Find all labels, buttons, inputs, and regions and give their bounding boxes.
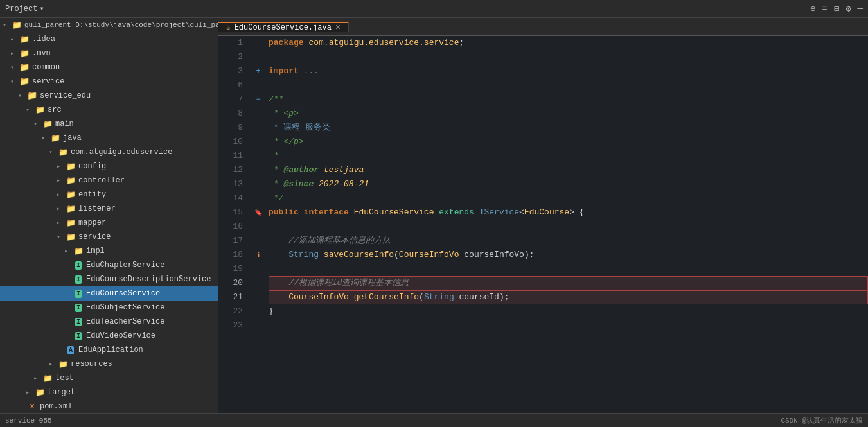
code-lines[interactable]: package com.atguigu.eduservice.service; … bbox=[266, 36, 868, 413]
editor-tab[interactable]: ☕EduCourseService.java× bbox=[218, 22, 349, 32]
sidebar-item[interactable]: ▸📁target bbox=[0, 385, 218, 399]
add-icon[interactable]: ⊕ bbox=[810, 3, 815, 14]
sidebar-item[interactable]: ▾📁java bbox=[0, 131, 218, 145]
info-icon: ℹ bbox=[257, 250, 260, 260]
code-line[interactable]: import ... bbox=[269, 64, 868, 78]
sidebar-item[interactable]: ▾📁service bbox=[0, 230, 218, 244]
line-number: 20 bbox=[218, 276, 251, 290]
sidebar-item[interactable]: IEduTeacherService bbox=[0, 315, 218, 329]
code-line[interactable] bbox=[269, 220, 868, 234]
sidebar-item[interactable]: ▸📁test bbox=[0, 371, 218, 385]
tree-arrow-icon: ▸ bbox=[10, 35, 19, 43]
code-token: } bbox=[269, 304, 274, 318]
title-bar-left: Project ▾ bbox=[5, 4, 44, 13]
sidebar-item[interactable]: ▾📁service_edu bbox=[0, 89, 218, 103]
sidebar-item[interactable]: ▸📁.idea bbox=[0, 32, 218, 46]
gutter-line bbox=[251, 234, 266, 248]
sidebar-item[interactable]: Xpom.xml bbox=[0, 399, 218, 413]
sidebar-item[interactable]: ▾📁com.atguigu.eduservice bbox=[0, 145, 218, 159]
code-line[interactable]: String saveCourseInfo(CourseInfoVo cours… bbox=[269, 248, 868, 262]
code-token: ; bbox=[459, 36, 464, 50]
code-line[interactable]: } bbox=[269, 304, 868, 318]
tree-item-label: service_edu bbox=[40, 91, 91, 100]
sidebar-item[interactable]: ▾📁main bbox=[0, 117, 218, 131]
code-line[interactable]: * 课程 服务类 bbox=[269, 121, 868, 135]
tree-item-label: guli_parent D:\study\java\code\project\g… bbox=[24, 21, 218, 29]
tree-item-label: EduCourseService bbox=[86, 289, 160, 298]
code-line[interactable] bbox=[269, 78, 868, 92]
interface-icon: I bbox=[73, 289, 84, 298]
code-line[interactable]: * <p> bbox=[269, 107, 868, 121]
minimize-icon[interactable]: — bbox=[858, 3, 863, 14]
gutter-line: + bbox=[251, 64, 266, 78]
tree-item-label: .mvn bbox=[32, 49, 51, 58]
sidebar-item[interactable]: AEduApplication bbox=[0, 343, 218, 357]
sidebar-item[interactable]: ▸📁entity bbox=[0, 187, 218, 202]
sidebar-item[interactable]: IEduSubjectService bbox=[0, 301, 218, 315]
code-token: courseInfoVo bbox=[464, 248, 524, 262]
editor-area: ☕EduCourseService.java× 1236789101112131… bbox=[218, 18, 868, 413]
sidebar-item[interactable]: ▸📁impl bbox=[0, 244, 218, 258]
sidebar-item[interactable]: IEduVideoService bbox=[0, 329, 218, 343]
fold-expand-icon[interactable]: + bbox=[256, 67, 260, 76]
split-icon[interactable]: ⊟ bbox=[834, 3, 839, 14]
line-number: 9 bbox=[218, 121, 251, 135]
sidebar-item[interactable]: ▸📁config bbox=[0, 159, 218, 173]
line-number: 14 bbox=[218, 191, 251, 205]
tree-arrow-icon: ▸ bbox=[10, 49, 19, 57]
code-line[interactable] bbox=[269, 318, 868, 333]
sidebar-item[interactable]: ▸📁mapper bbox=[0, 216, 218, 230]
code-token: IService bbox=[479, 205, 519, 220]
code-line[interactable]: public interface EduCourseService extend… bbox=[269, 205, 868, 220]
code-token: 2022-08-21 bbox=[314, 177, 369, 191]
project-dropdown[interactable]: Project ▾ bbox=[5, 4, 44, 13]
status-left: service 055 bbox=[5, 417, 52, 424]
sidebar-item[interactable]: ▾📁guli_parent D:\study\java\code\project… bbox=[0, 18, 218, 32]
tab-close-button[interactable]: × bbox=[335, 23, 341, 32]
title-bar-icons: ⊕ ≡ ⊟ ⚙ — bbox=[810, 3, 863, 14]
editor-content[interactable]: 12367891011121314151617181920212223 +−🔖ℹ… bbox=[218, 36, 868, 413]
breakpoint-icon[interactable]: 🔖 bbox=[254, 209, 262, 216]
tree-item-label: pom.xml bbox=[40, 402, 72, 411]
settings-icon[interactable]: ⚙ bbox=[846, 3, 851, 14]
code-line[interactable]: //根据课程id查询课程基本信息 bbox=[269, 276, 868, 290]
interface-icon: I bbox=[73, 331, 84, 340]
code-token: service bbox=[424, 36, 459, 50]
sidebar-item[interactable]: IEduChapterService bbox=[0, 258, 218, 272]
code-line[interactable]: package com.atguigu.eduservice.service; bbox=[269, 36, 868, 50]
code-line[interactable]: /** bbox=[269, 92, 868, 107]
gutter-line bbox=[251, 191, 266, 205]
sidebar-item[interactable]: IEduCourseDescriptionService bbox=[0, 272, 218, 286]
sidebar-item[interactable]: ▸📁listener bbox=[0, 202, 218, 216]
sidebar-item[interactable]: ▾📁common bbox=[0, 60, 218, 74]
sidebar-item[interactable]: ▾📁service bbox=[0, 74, 218, 89]
list-icon[interactable]: ≡ bbox=[822, 3, 827, 14]
code-line[interactable] bbox=[269, 50, 868, 64]
code-line[interactable]: * @author testjava bbox=[269, 163, 868, 177]
code-line[interactable]: * bbox=[269, 149, 868, 163]
tree-item-label: src bbox=[48, 105, 62, 114]
code-token: @since bbox=[283, 177, 314, 191]
line-numbers: 12367891011121314151617181920212223 bbox=[218, 36, 251, 413]
sidebar-item[interactable]: ▾📁src bbox=[0, 103, 218, 117]
code-line[interactable]: //添加课程基本信息的方法 bbox=[269, 234, 868, 248]
code-line[interactable]: * </p> bbox=[269, 135, 868, 149]
code-token: String bbox=[424, 290, 459, 304]
code-token bbox=[269, 290, 288, 304]
line-number: 11 bbox=[218, 149, 251, 163]
code-line[interactable]: * @since 2022-08-21 bbox=[269, 177, 868, 191]
tree-item-label: main bbox=[55, 119, 74, 128]
code-line[interactable]: CourseInfoVo getCourseInfo(String course… bbox=[269, 290, 868, 304]
gutter-line bbox=[251, 135, 266, 149]
tree-arrow-icon: ▾ bbox=[49, 148, 58, 156]
code-line[interactable]: */ bbox=[269, 191, 868, 205]
sidebar-item[interactable]: ▸📁controller bbox=[0, 173, 218, 187]
fold-collapse-icon[interactable]: − bbox=[256, 95, 260, 104]
sidebar-item[interactable]: IEduCourseService bbox=[0, 286, 218, 301]
code-line[interactable] bbox=[269, 262, 868, 276]
code-token: getCourseInfo bbox=[354, 290, 419, 304]
sidebar-item[interactable]: ▸📁.mvn bbox=[0, 46, 218, 60]
sidebar-item[interactable]: ▸📁resources bbox=[0, 357, 218, 371]
gutter-line bbox=[251, 36, 266, 50]
tree-item-label: EduChapterService bbox=[86, 261, 164, 270]
